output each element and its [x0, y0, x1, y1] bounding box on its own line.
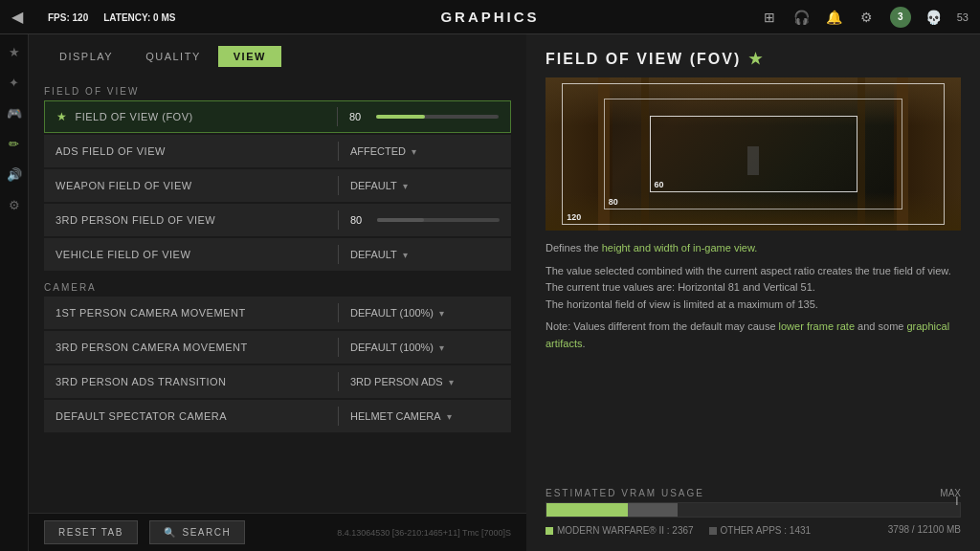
setting-row-vehicle-fov[interactable]: VEHICLE FIELD OF VIEW DEFAULT ▾: [44, 238, 511, 271]
topbar: ◀ FPS: 120 LATENCY: 0 MS GRAPHICS ⊞ 🎧 🔔 …: [0, 0, 980, 34]
left-sidebar: ★ ✦ 🎮 ✏ 🔊 ⚙: [0, 34, 29, 551]
setting-name-3p-fov: 3RD PERSON FIELD OF VIEW: [44, 214, 338, 226]
right-panel: FIELD OF VIEW (FOV) ★: [526, 34, 980, 551]
legend-dot-mw: [546, 527, 553, 535]
grid-icon[interactable]: ⊞: [760, 8, 779, 27]
fov-preview-image: 120 80 60: [546, 77, 961, 231]
latency-value: 0 MS: [153, 12, 175, 23]
detail-title: FIELD OF VIEW (FOV) ★: [546, 50, 961, 68]
fps-latency: FPS: 120 LATENCY: 0 MS: [48, 0, 175, 34]
setting-value-3p-ads: 3RD PERSON ADS ▾: [339, 376, 511, 387]
setting-name-ads-fov: ADS FIELD OF VIEW: [44, 145, 338, 157]
setting-name-spectator-cam: DEFAULT SPECTATOR CAMERA: [44, 410, 338, 422]
setting-value-weapon-fov: DEFAULT ▾: [339, 180, 511, 191]
fov-label-60: 60: [655, 180, 664, 189]
sidebar-icon-audio[interactable]: 🔊: [5, 165, 24, 184]
setting-name-vehicle-fov: VEHICLE FIELD OF VIEW: [44, 249, 338, 260]
vram-total: 3798 / 12100 MB: [888, 524, 961, 535]
page-title: GRAPHICS: [440, 9, 539, 25]
setting-value-fov: 80: [338, 111, 510, 122]
setting-row-spectator-cam[interactable]: DEFAULT SPECTATOR CAMERA HELMET CAMERA ▾: [44, 400, 511, 432]
vram-title: ESTIMATED VRAM USAGE: [546, 488, 704, 498]
setting-value-3p-cam: DEFAULT (100%) ▾: [339, 342, 511, 353]
sidebar-icon-controller[interactable]: 🎮: [5, 103, 24, 122]
chevron-down-icon: ▾: [447, 411, 452, 422]
fov-label-120: 120: [567, 212, 581, 222]
legend-dot-other: [709, 527, 717, 535]
level-value: 3: [898, 11, 903, 22]
3p-fov-slider[interactable]: 80: [350, 214, 500, 226]
fov-label-80: 80: [609, 197, 618, 207]
3p-fov-slider-fill: [377, 218, 424, 222]
fov-slider-fill: [376, 115, 425, 119]
3p-fov-slider-track[interactable]: [377, 218, 500, 222]
vram-header: ESTIMATED VRAM USAGE MAX: [546, 488, 961, 498]
bottom-bar: RESET TAB 🔍 SEARCH 8.4.13064530 [36-210:…: [29, 513, 526, 551]
gear-icon[interactable]: ⚙: [858, 8, 877, 27]
setting-row-1p-cam[interactable]: 1ST PERSON CAMERA MOVEMENT DEFAULT (100%…: [44, 297, 511, 329]
bell-icon[interactable]: 🔔: [825, 8, 844, 27]
latency-label: LATENCY: 0 MS: [103, 12, 175, 23]
search-icon: 🔍: [164, 527, 177, 538]
setting-row-3p-cam[interactable]: 3RD PERSON CAMERA MOVEMENT DEFAULT (100%…: [44, 331, 511, 364]
fov-slider-track[interactable]: [376, 115, 499, 119]
star-icon: ★: [56, 110, 68, 123]
setting-row-ads-fov[interactable]: ADS FIELD OF VIEW AFFECTED ▾: [44, 135, 511, 167]
fps-value: 120: [73, 12, 89, 23]
fov-slider-value: 80: [349, 111, 368, 122]
vram-bar-mw: [546, 503, 628, 517]
tab-view[interactable]: VIEW: [218, 46, 281, 67]
fov-boxes-overlay: 120 80 60: [546, 77, 961, 231]
chevron-down-icon: ▾: [449, 377, 454, 387]
setting-row-fov[interactable]: ★ FIELD OF VIEW (FOV) 80: [44, 100, 511, 133]
topbar-stats: ⊞ 🎧 🔔 ⚙ 3 💀 53: [760, 7, 969, 28]
fps-label: FPS: 120: [48, 12, 88, 23]
tab-quality[interactable]: QUALITY: [130, 46, 216, 67]
setting-name-fov: ★ FIELD OF VIEW (FOV): [45, 110, 337, 123]
tab-display[interactable]: DISPLAY: [44, 46, 128, 67]
credits-value: 53: [957, 11, 969, 23]
back-button[interactable]: ◀: [11, 8, 23, 26]
sidebar-icon-diamond[interactable]: ✦: [5, 73, 24, 92]
chevron-down-icon: ▾: [403, 250, 408, 260]
sidebar-icon-gear[interactable]: ⚙: [5, 195, 24, 214]
sidebar-icon-settings[interactable]: ✏: [5, 134, 24, 153]
left-panel: DISPLAY QUALITY VIEW FIELD OF VIEW ★ FIE…: [29, 34, 526, 551]
fov-box-60: 60: [650, 116, 858, 192]
setting-name-1p-cam: 1ST PERSON CAMERA MOVEMENT: [44, 307, 338, 319]
setting-row-weapon-fov[interactable]: WEAPON FIELD OF VIEW DEFAULT ▾: [44, 169, 511, 202]
vram-section: ESTIMATED VRAM USAGE MAX | MODERN WARFAR…: [546, 488, 961, 536]
vram-bar-container: |: [546, 502, 961, 518]
section-label-fov: FIELD OF VIEW: [44, 86, 511, 97]
setting-row-3p-ads[interactable]: 3RD PERSON ADS TRANSITION 3RD PERSON ADS…: [44, 365, 511, 398]
version-text: 8.4.13064530 [36-210:1465+11] Tmc [7000]…: [337, 528, 511, 538]
setting-name-weapon-fov: WEAPON FIELD OF VIEW: [44, 180, 338, 191]
3p-fov-slider-value: 80: [350, 214, 369, 226]
setting-value-3p-fov: 80: [339, 214, 511, 226]
chevron-down-icon: ▾: [439, 308, 444, 319]
sidebar-icon-star[interactable]: ★: [5, 42, 24, 61]
setting-value-vehicle-fov: DEFAULT ▾: [339, 249, 511, 260]
reset-tab-button[interactable]: RESET TAB: [44, 520, 138, 544]
skull-icon: 💀: [924, 8, 944, 27]
fov-slider[interactable]: 80: [349, 111, 499, 122]
detail-description: Defines the height and width of in-game …: [546, 240, 961, 353]
vram-mw-label: MODERN WARFARE® II : 2367: [557, 525, 694, 536]
setting-name-3p-cam: 3RD PERSON CAMERA MOVEMENT: [44, 342, 338, 353]
tab-bar: DISPLAY QUALITY VIEW: [29, 34, 526, 75]
chevron-down-icon: ▾: [439, 342, 444, 353]
level-badge: 3: [890, 7, 911, 28]
vram-legend-other: OTHER APPS : 1431: [709, 525, 812, 536]
section-label-camera: CAMERA: [44, 282, 511, 293]
detail-star-icon: ★: [748, 50, 764, 68]
setting-row-3p-fov[interactable]: 3RD PERSON FIELD OF VIEW 80: [44, 204, 511, 236]
vram-marker: |: [956, 496, 958, 505]
setting-name-3p-ads: 3RD PERSON ADS TRANSITION: [44, 376, 338, 387]
search-button[interactable]: 🔍 SEARCH: [149, 520, 245, 544]
chevron-down-icon: ▾: [403, 181, 408, 191]
headset-icon[interactable]: 🎧: [792, 8, 812, 27]
setting-value-1p-cam: DEFAULT (100%) ▾: [339, 307, 511, 319]
chevron-down-icon: ▾: [412, 146, 416, 157]
setting-value-ads-fov: AFFECTED ▾: [339, 145, 511, 157]
vram-legend-mw: MODERN WARFARE® II : 2367: [546, 525, 694, 536]
